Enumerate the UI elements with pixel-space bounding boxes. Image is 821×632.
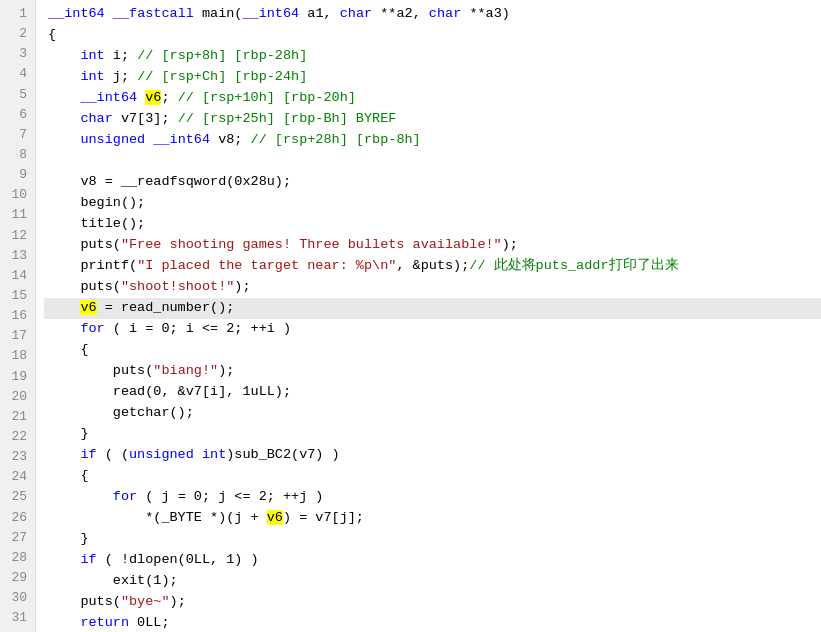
code-line-3: int i; // [rsp+8h] [rbp-28h] bbox=[44, 46, 821, 67]
code-line-16: for ( i = 0; i <= 2; ++i ) bbox=[44, 319, 821, 340]
code-text: puts("bye~"); bbox=[48, 592, 186, 613]
code-text: exit(1); bbox=[48, 571, 178, 592]
line-num-17: 17 bbox=[8, 326, 27, 346]
line-num-20: 20 bbox=[8, 387, 27, 407]
line-num-25: 25 bbox=[8, 487, 27, 507]
code-line-11: title(); bbox=[44, 214, 821, 235]
line-num-4: 4 bbox=[8, 64, 27, 84]
code-text: { bbox=[48, 466, 89, 487]
code-text: *(_BYTE *)(j + v6) = v7[j]; bbox=[48, 508, 364, 529]
line-num-21: 21 bbox=[8, 407, 27, 427]
code-line-1: __int64 __fastcall main(__int64 a1, char… bbox=[44, 4, 821, 25]
code-text: puts("Free shooting games! Three bullets… bbox=[48, 235, 518, 256]
line-num-9: 9 bbox=[8, 165, 27, 185]
line-num-18: 18 bbox=[8, 346, 27, 366]
line-num-27: 27 bbox=[8, 528, 27, 548]
line-num-24: 24 bbox=[8, 467, 27, 487]
code-text: printf("I placed the target near: %p\n",… bbox=[48, 256, 679, 277]
code-line-7: unsigned __int64 v8; // [rsp+28h] [rbp-8… bbox=[44, 130, 821, 151]
code-line-29: puts("bye~"); bbox=[44, 592, 821, 613]
code-text: begin(); bbox=[48, 193, 145, 214]
code-text: title(); bbox=[48, 214, 145, 235]
code-text: v8 = __readfsqword(0x28u); bbox=[48, 172, 291, 193]
line-numbers: 1 2 3 4 5 6 7 8 9 10 11 12 13 14 15 16 1… bbox=[0, 0, 36, 632]
code-text: } bbox=[48, 529, 89, 550]
code-line-15: v6 = read_number(); bbox=[44, 298, 821, 319]
code-line-8 bbox=[44, 151, 821, 172]
line-num-31: 31 bbox=[8, 608, 27, 628]
line-num-11: 11 bbox=[8, 205, 27, 225]
code-text: for ( i = 0; i <= 2; ++i ) bbox=[48, 319, 291, 340]
code-text: for ( j = 0; j <= 2; ++j ) bbox=[48, 487, 323, 508]
line-num-16: 16 bbox=[8, 306, 27, 326]
code-line-4: int j; // [rsp+Ch] [rbp-24h] bbox=[44, 67, 821, 88]
line-num-29: 29 bbox=[8, 568, 27, 588]
code-line-2: { bbox=[44, 25, 821, 46]
code-text: int i; // [rsp+8h] [rbp-28h] bbox=[48, 46, 307, 67]
code-line-20: getchar(); bbox=[44, 403, 821, 424]
code-text: { bbox=[48, 340, 89, 361]
code-text bbox=[48, 151, 56, 172]
line-num-12: 12 bbox=[8, 226, 27, 246]
code-text: if ( (unsigned int)sub_BC2(v7) ) bbox=[48, 445, 340, 466]
code-text: if ( !dlopen(0LL, 1) ) bbox=[48, 550, 259, 571]
line-num-23: 23 bbox=[8, 447, 27, 467]
code-text: unsigned __int64 v8; // [rsp+28h] [rbp-8… bbox=[48, 130, 421, 151]
line-num-5: 5 bbox=[8, 85, 27, 105]
code-text: { bbox=[48, 25, 56, 46]
line-num-1: 1 bbox=[8, 4, 27, 24]
line-num-22: 22 bbox=[8, 427, 27, 447]
code-line-17: { bbox=[44, 340, 821, 361]
line-num-30: 30 bbox=[8, 588, 27, 608]
line-num-7: 7 bbox=[8, 125, 27, 145]
line-num-15: 15 bbox=[8, 286, 27, 306]
code-line-26: } bbox=[44, 529, 821, 550]
code-text: v6 = read_number(); bbox=[48, 298, 234, 319]
code-text: int j; // [rsp+Ch] [rbp-24h] bbox=[48, 67, 307, 88]
line-num-6: 6 bbox=[8, 105, 27, 125]
code-line-21: } bbox=[44, 424, 821, 445]
line-num-8: 8 bbox=[8, 145, 27, 165]
code-text: return 0LL; bbox=[48, 613, 170, 632]
code-line-25: *(_BYTE *)(j + v6) = v7[j]; bbox=[44, 508, 821, 529]
line-num-3: 3 bbox=[8, 44, 27, 64]
code-line-9: v8 = __readfsqword(0x28u); bbox=[44, 172, 821, 193]
line-num-2: 2 bbox=[8, 24, 27, 44]
code-content: __int64 __fastcall main(__int64 a1, char… bbox=[36, 0, 821, 632]
code-text: } bbox=[48, 424, 89, 445]
line-num-19: 19 bbox=[8, 367, 27, 387]
line-num-14: 14 bbox=[8, 266, 27, 286]
line-num-10: 10 bbox=[8, 185, 27, 205]
line-num-26: 26 bbox=[8, 508, 27, 528]
code-line-10: begin(); bbox=[44, 193, 821, 214]
code-line-18: puts("biang!"); bbox=[44, 361, 821, 382]
code-line-23: { bbox=[44, 466, 821, 487]
code-line-6: char v7[3]; // [rsp+25h] [rbp-Bh] BYREF bbox=[44, 109, 821, 130]
code-text: char v7[3]; // [rsp+25h] [rbp-Bh] BYREF bbox=[48, 109, 396, 130]
code-text: puts("shoot!shoot!"); bbox=[48, 277, 251, 298]
code-line-19: read(0, &v7[i], 1uLL); bbox=[44, 382, 821, 403]
code-line-12: puts("Free shooting games! Three bullets… bbox=[44, 235, 821, 256]
code-text: read(0, &v7[i], 1uLL); bbox=[48, 382, 291, 403]
code-container: 1 2 3 4 5 6 7 8 9 10 11 12 13 14 15 16 1… bbox=[0, 0, 821, 632]
code-line-30: return 0LL; bbox=[44, 613, 821, 632]
line-num-13: 13 bbox=[8, 246, 27, 266]
code-text: puts("biang!"); bbox=[48, 361, 234, 382]
line-num-28: 28 bbox=[8, 548, 27, 568]
code-line-24: for ( j = 0; j <= 2; ++j ) bbox=[44, 487, 821, 508]
code-line-22: if ( (unsigned int)sub_BC2(v7) ) bbox=[44, 445, 821, 466]
code-line-5: __int64 v6; // [rsp+10h] [rbp-20h] bbox=[44, 88, 821, 109]
code-line-13: printf("I placed the target near: %p\n",… bbox=[44, 256, 821, 277]
code-line-28: exit(1); bbox=[44, 571, 821, 592]
code-line-27: if ( !dlopen(0LL, 1) ) bbox=[44, 550, 821, 571]
code-line-14: puts("shoot!shoot!"); bbox=[44, 277, 821, 298]
code-text: __int64 __fastcall main(__int64 a1, char… bbox=[48, 4, 510, 25]
code-text: getchar(); bbox=[48, 403, 194, 424]
code-text: __int64 v6; // [rsp+10h] [rbp-20h] bbox=[48, 88, 356, 109]
